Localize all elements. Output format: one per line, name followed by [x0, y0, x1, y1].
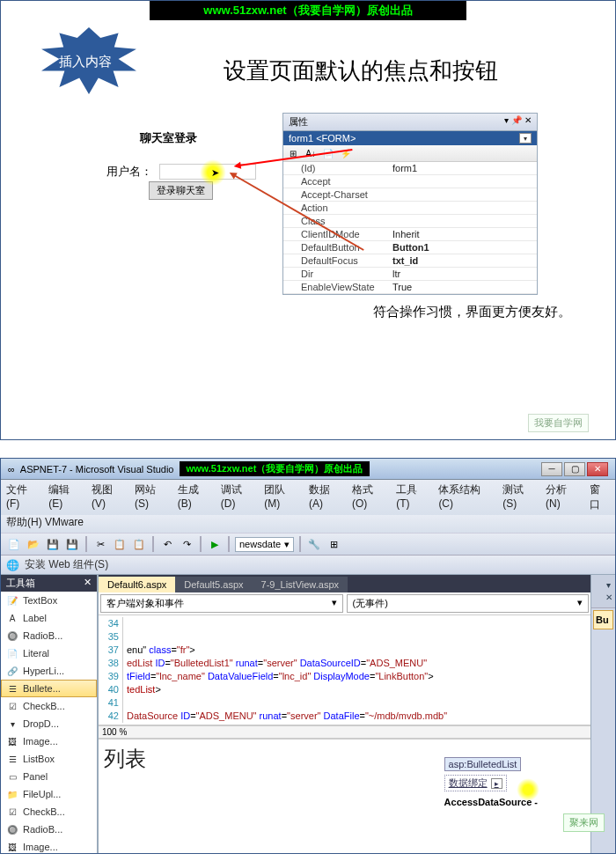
right-panel-header[interactable]: ▾ ✕ [591, 575, 615, 608]
toolbox-item[interactable]: ALabel [1, 609, 97, 627]
property-value[interactable] [389, 188, 537, 201]
pin-icon[interactable]: ▾ 📌 ✕ [504, 115, 532, 129]
copy-icon[interactable]: 📋 [112, 536, 128, 552]
toolbox-item[interactable]: 🔘RadioB... [1, 821, 97, 838]
menu-item[interactable]: 体系结构(C) [438, 482, 494, 512]
menu-item[interactable]: 网站(S) [135, 482, 169, 512]
toolbox-item[interactable]: ☑CheckB... [1, 803, 97, 821]
toolbox-item-label: DropD... [23, 718, 59, 729]
property-value[interactable]: Button1 [389, 241, 537, 254]
toolbox-item[interactable]: 🖼Image... [1, 838, 97, 854]
dropdown-icon[interactable]: ▾ [519, 133, 532, 144]
menu-item[interactable]: 编辑(E) [48, 482, 83, 512]
property-row[interactable]: (Id)form1 [283, 162, 537, 175]
web-install-icon[interactable]: 🌐 [6, 559, 19, 571]
toolbox-item[interactable]: ▾DropD... [1, 715, 97, 732]
menu-item[interactable]: 窗口 [590, 482, 610, 512]
toolbox-item[interactable]: ▭Panel [1, 768, 97, 785]
toolbox-item[interactable]: ☰Bullete... [1, 680, 97, 697]
toolbox-item-icon: ☑ [5, 806, 19, 818]
tool-icon[interactable]: 🔧 [306, 536, 322, 552]
object-dropdown[interactable]: 客户端对象和事件▾ [100, 594, 343, 613]
editor-tab[interactable]: Default6.aspx [99, 577, 175, 592]
property-row[interactable]: Dirltr [283, 268, 537, 281]
property-row[interactable]: DefaultButtonButton1 [283, 241, 537, 254]
editor-tab[interactable]: 7-9_ListView.aspx [253, 577, 348, 592]
alpha-icon[interactable]: A↓ [304, 147, 317, 159]
maximize-button[interactable]: ▢ [564, 462, 585, 476]
toolbox-item[interactable]: 📝TextBox [1, 592, 97, 609]
login-button[interactable]: 登录聊天室 [149, 181, 213, 200]
save-icon[interactable]: 💾 [45, 536, 61, 552]
toolbox-panel: 工具箱 ✕ 📝TextBoxALabel🔘RadioB...📄Literal🔗H… [1, 575, 98, 854]
minimize-button[interactable]: ─ [541, 462, 562, 476]
toolbox-item[interactable]: ☑CheckB... [1, 697, 97, 715]
toolbox-item-label: CheckB... [23, 806, 65, 817]
menu-item[interactable]: 分析(N) [546, 482, 581, 512]
menu-item[interactable]: 工具(T) [396, 482, 429, 512]
line-number: 41 [99, 696, 123, 710]
line-number: 39 [99, 670, 123, 683]
property-row[interactable]: DefaultFocustxt_id [283, 254, 537, 268]
editor-tab[interactable]: Default5.aspx [175, 577, 252, 592]
redo-icon[interactable]: ↷ [179, 536, 194, 552]
property-row[interactable]: Accept [283, 175, 537, 188]
run-icon[interactable]: ▶ [207, 536, 223, 552]
tool2-icon[interactable]: ⊞ [326, 536, 341, 552]
username-input[interactable]: ➤ [159, 164, 256, 180]
property-value[interactable]: True [389, 281, 537, 293]
categorize-icon[interactable]: ⊞ [287, 147, 299, 159]
properties-selector: form1 <FORM> [289, 133, 356, 144]
config-dropdown[interactable]: newsdate▾ [235, 537, 294, 552]
right-tab[interactable]: Bu [593, 610, 613, 629]
property-value[interactable] [389, 202, 537, 214]
property-row[interactable]: Action [283, 202, 537, 215]
property-value[interactable]: ltr [389, 268, 537, 280]
events-icon[interactable]: ⚡ [340, 147, 352, 159]
property-key: (Id) [283, 162, 389, 174]
menu-item[interactable]: 格式(O) [352, 482, 387, 512]
code-editor[interactable]: 343537enu" class="fr">38edList ID="Bulle… [99, 615, 590, 725]
paste-icon[interactable]: 📋 [131, 536, 147, 552]
login-demo: 聊天室登录 用户名： ➤ 登录聊天室 [18, 113, 282, 295]
control-tag[interactable]: asp:BulletedList [444, 757, 522, 771]
props-icon[interactable]: 📄 [322, 147, 334, 159]
menu-item[interactable]: 生成(B) [178, 482, 212, 512]
menu-item[interactable]: 团队(M) [264, 482, 300, 512]
undo-icon[interactable]: ↶ [159, 536, 175, 552]
saveall-icon[interactable]: 💾 [64, 536, 80, 552]
toolbox-item[interactable]: 📁FileUpl... [1, 785, 97, 803]
property-value[interactable]: txt_id [389, 254, 537, 267]
toolbox-item[interactable]: ☰ListBox [1, 750, 97, 768]
menu-item[interactable]: 调试(D) [221, 482, 256, 512]
menu-item[interactable]: 视图(V) [92, 482, 126, 512]
property-row[interactable]: Accept-Charset [283, 188, 537, 202]
property-row[interactable]: Class [283, 215, 537, 228]
property-row[interactable]: ClientIDModeInherit [283, 228, 537, 241]
design-view[interactable]: 列表 asp:BulletedList 数据绑定 AccessDataSourc… [99, 738, 590, 854]
toolbox-item[interactable]: 📄Literal [1, 644, 97, 662]
toolbox-item[interactable]: 🖼Image... [1, 732, 97, 750]
toolbox-item[interactable]: 🔘RadioB... [1, 627, 97, 644]
property-value[interactable] [389, 215, 537, 227]
cut-icon[interactable]: ✂ [92, 536, 108, 552]
close-button[interactable]: ✕ [587, 462, 608, 476]
property-key: Action [283, 202, 389, 214]
property-value[interactable]: form1 [389, 162, 537, 174]
property-value[interactable] [389, 175, 537, 188]
open-icon[interactable]: 📂 [26, 536, 41, 552]
zoom-indicator[interactable]: 100 % [99, 725, 590, 738]
property-value[interactable]: Inherit [389, 228, 537, 240]
menu-item[interactable]: 文件(F) [6, 482, 40, 512]
new-icon[interactable]: 📄 [6, 536, 22, 552]
vs-toolbar-2: 🌐 安装 Web 组件(S) [1, 556, 615, 575]
slide1-title: 设置页面默认的焦点和按钮 [124, 55, 598, 86]
event-dropdown[interactable]: (无事件)▾ [347, 594, 590, 613]
web-install-label[interactable]: 安装 Web 组件(S) [25, 557, 108, 572]
toolbox-close-icon[interactable]: ✕ [84, 577, 92, 590]
toolbox-item[interactable]: 🔗HyperLi... [1, 662, 97, 680]
databind-link[interactable]: 数据绑定 [444, 775, 507, 791]
menu-item[interactable]: 测试(S) [502, 482, 537, 512]
menu-item[interactable]: 数据(A) [309, 482, 343, 512]
property-row[interactable]: EnableViewStateTrue [283, 281, 537, 294]
